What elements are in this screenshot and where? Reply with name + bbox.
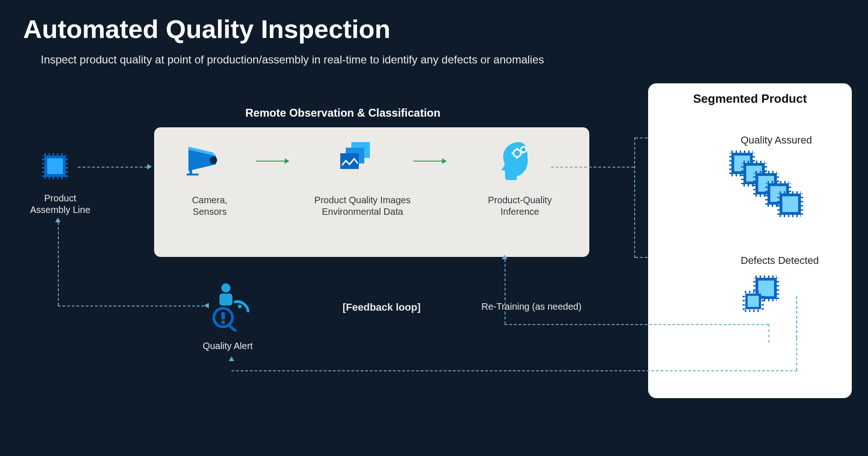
inference-icon [497,139,538,183]
arrow-retrain-into-inference [502,255,507,259]
camera-label: Camera, Sensors [173,194,247,218]
arrow-images-to-inference [413,161,446,162]
arrow-assembly-to-observation [147,164,152,169]
images-icon [340,142,379,178]
connector-retrain-v1 [768,324,769,343]
arrow-into-alert-side [204,303,209,308]
segmented-section-title: Segmented Product [648,92,852,106]
observation-section-title: Remote Observation & Classification [245,106,440,119]
chip-icon [44,156,66,177]
svg-rect-3 [189,168,192,175]
arrow-into-alert [229,356,234,361]
svg-point-12 [238,305,242,308]
svg-point-16 [221,320,225,324]
svg-rect-4 [187,174,199,175]
svg-point-2 [210,156,217,164]
connector-assembly-to-observation [78,167,147,168]
connector-observation-to-segmented [551,167,634,168]
assembly-line-label: Product Assembly Line [23,193,97,216]
page-subtitle: Inspect product quality at point of prod… [41,53,544,66]
observation-card: Camera, Sensors Product Quality Images E… [154,127,589,257]
arrow-camera-to-images [256,161,288,162]
quality-assured-label: Quality Assured [741,134,812,146]
images-label: Product Quality Images Environmental Dat… [293,194,432,218]
connector-alert-to-assembly-v [58,222,59,306]
quality-alert-icon [209,281,251,333]
assembly-line-node [44,156,66,177]
retraining-label: Re-Training (as needed) [481,301,581,312]
arrow-into-assembly [55,218,61,222]
connector-defects-out-v [796,296,797,338]
page-title: Automated Quality Inspection [23,14,390,44]
svg-rect-15 [221,312,225,319]
camera-icon [187,146,224,177]
connector-branch-vertical [634,137,635,258]
connector-defects-to-alert-h [231,370,797,371]
svg-point-10 [221,283,231,293]
feedback-loop-label: [Feedback loop] [343,301,421,314]
quality-alert-label: Quality Alert [191,340,265,352]
svg-rect-11 [219,294,232,306]
segmented-product-card: Segmented Product Quality Assured Defect… [648,83,852,398]
connector-alert-to-assembly-h [58,306,204,306]
inference-label: Product-Quality Inference [469,194,571,218]
connector-retrain-up [505,259,506,324]
defects-detected-label: Defects Detected [741,255,819,267]
connector-retrain-h1 [505,324,768,325]
connector-defects-to-alert-v [796,338,797,370]
svg-rect-14 [228,324,237,331]
